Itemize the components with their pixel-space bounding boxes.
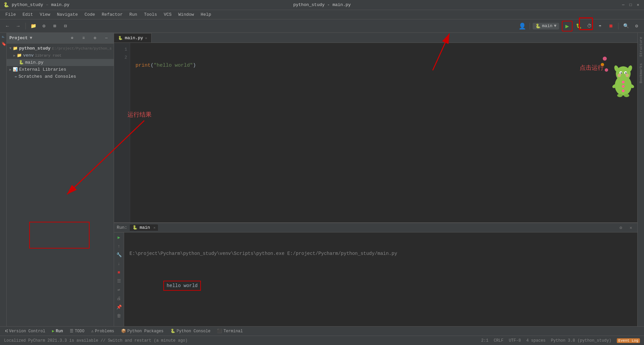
run-panel-close[interactable]: ✕ bbox=[627, 224, 635, 231]
tab-version-control[interactable]: ⑆ Version Control bbox=[3, 328, 48, 334]
run-pin-btn[interactable]: 📌 bbox=[115, 303, 123, 311]
tab-close-btn[interactable]: ✕ bbox=[145, 36, 147, 40]
ext-libs-icon: 📊 bbox=[13, 67, 18, 72]
toolbar-settings[interactable]: ⚙ bbox=[39, 21, 49, 31]
run-command-line: E:\project\Pycharm\python_study\venv\Scr… bbox=[129, 250, 632, 257]
svg-point-8 bbox=[625, 72, 627, 74]
toolbar-back[interactable]: ← bbox=[3, 21, 12, 31]
run-panel-settings[interactable]: ⚙ bbox=[617, 224, 625, 231]
cursor-position[interactable]: 2:1 bbox=[481, 338, 489, 343]
tab-main-py[interactable]: 🐍 main.py ✕ bbox=[114, 33, 152, 43]
toolbar-collapse[interactable]: ⊟ bbox=[61, 21, 70, 31]
toolbar-search[interactable]: 🔍 bbox=[621, 21, 631, 31]
run-configuration[interactable]: 🐍 main ▼ bbox=[533, 23, 559, 29]
menu-navigate[interactable]: Navigate bbox=[54, 11, 80, 18]
toolbar-settings2[interactable]: ⚙ bbox=[632, 21, 641, 31]
run-config-name: main bbox=[542, 23, 552, 28]
run-button[interactable]: ▶ bbox=[562, 21, 573, 31]
run-tab-name: main bbox=[140, 225, 150, 230]
close-button[interactable]: ✕ bbox=[635, 2, 641, 8]
sidebar-bookmarks-icon[interactable]: 🔖 bbox=[1, 41, 6, 46]
toolbar-debug[interactable]: 🐛 bbox=[574, 21, 583, 31]
main-py-item[interactable]: 🐍 main.py bbox=[7, 59, 114, 66]
scratches-item[interactable]: ✏ Scratches and Consoles bbox=[7, 73, 114, 80]
status-message[interactable]: Localized PyCharm 2021.3.3 is available … bbox=[4, 338, 187, 343]
structure-label[interactable]: Structure bbox=[638, 34, 644, 59]
project-gear[interactable]: ⚙ bbox=[90, 33, 100, 43]
app-icon: 🐍 bbox=[3, 2, 9, 8]
root-path: E:/project/Pycharm/python_s bbox=[52, 47, 112, 51]
menu-view[interactable]: View bbox=[37, 11, 53, 18]
run-wrap-btn[interactable]: ⇌ bbox=[115, 286, 123, 293]
tab-todo[interactable]: ☰ TODO bbox=[67, 328, 87, 334]
indent[interactable]: 4 spaces bbox=[526, 338, 546, 343]
py-file-icon: 🐍 bbox=[19, 60, 24, 65]
menu-refactor[interactable]: Refactor bbox=[99, 11, 125, 18]
run-exit-message: Process finished with exit code 0 bbox=[129, 318, 632, 326]
run-wrench-btn[interactable]: 🔧 bbox=[115, 251, 123, 259]
project-scope[interactable]: ⊕ bbox=[67, 33, 77, 43]
bookmarks-label[interactable]: Bookmarks bbox=[638, 61, 644, 86]
menu-file[interactable]: File bbox=[3, 11, 18, 18]
main-py-name: main.py bbox=[25, 60, 44, 65]
svg-point-15 bbox=[622, 81, 625, 83]
project-dropdown[interactable]: ▼ bbox=[30, 36, 33, 41]
code-line-1: print("hello world") bbox=[136, 62, 632, 70]
sidebar-project-icon[interactable]: P bbox=[1, 34, 6, 40]
minimize-button[interactable]: ─ bbox=[621, 2, 626, 8]
code-editor[interactable]: 1 2 print("hello world") bbox=[114, 43, 637, 222]
editor-area: 🐍 main.py ✕ 1 2 print("hello world") bbox=[114, 33, 637, 222]
run-tab-close[interactable]: ✕ bbox=[153, 226, 155, 230]
python-version[interactable]: Python 3.8 (python_study) bbox=[551, 338, 611, 343]
event-log-badge[interactable]: Event Log bbox=[617, 338, 640, 343]
run-rerun-btn[interactable]: ▶ bbox=[115, 234, 123, 241]
run-config-dropdown: ▼ bbox=[554, 23, 556, 28]
venv-arrow: ▶ bbox=[13, 54, 15, 58]
todo-label: TODO bbox=[75, 329, 85, 334]
code-content[interactable]: print("hello world") bbox=[130, 43, 637, 222]
tab-terminal[interactable]: ⬛ Terminal bbox=[214, 328, 246, 334]
line-number-1: 1 bbox=[114, 46, 127, 54]
project-collapse[interactable]: ≡ bbox=[79, 33, 88, 43]
run-down-btn[interactable]: ↓ bbox=[115, 260, 123, 267]
run-list-btn[interactable]: ☰ bbox=[115, 277, 123, 285]
menu-vcs[interactable]: VCS bbox=[161, 11, 174, 18]
console-label: Python Console bbox=[177, 329, 211, 334]
status-right: 2:1 CRLF UTF-8 4 spaces Python 3.8 (pyth… bbox=[481, 338, 640, 343]
run-up-btn[interactable]: ↑ bbox=[115, 243, 123, 250]
toolbar-expand[interactable]: ⊞ bbox=[50, 21, 59, 31]
tab-run[interactable]: ▶ Run bbox=[49, 328, 66, 334]
tab-problems[interactable]: ⚠ Problems bbox=[89, 328, 117, 334]
run-stop-btn[interactable]: ■ bbox=[115, 269, 123, 276]
toolbar-user[interactable]: 👤 bbox=[518, 21, 527, 31]
toolbar-folder[interactable]: 📁 bbox=[29, 21, 38, 31]
external-libs-item[interactable]: ▶ 📊 External Libraries bbox=[7, 66, 114, 73]
menu-run[interactable]: Run bbox=[127, 11, 140, 18]
project-root[interactable]: ▼ 📁 python_study E:/project/Pycharm/pyth… bbox=[7, 45, 114, 52]
run-trash-btn[interactable]: 🗑 bbox=[115, 312, 123, 320]
root-arrow: ▼ bbox=[9, 47, 11, 50]
line-ending[interactable]: CRLF bbox=[494, 338, 503, 343]
toolbar-cover[interactable]: ☂ bbox=[595, 21, 605, 31]
toolbar-stop[interactable]: ⏹ bbox=[606, 21, 615, 31]
run-tab-icon2: ▶ bbox=[52, 329, 54, 334]
toolbar-profile[interactable]: ⏱ bbox=[585, 21, 594, 31]
scratches-name: Scratches and Consoles bbox=[18, 74, 76, 79]
project-close[interactable]: ─ bbox=[102, 33, 111, 43]
editor-section: P 🔖 Project ▼ ⊕ ≡ ⚙ ─ ▼ 📁 python_study E… bbox=[0, 33, 644, 326]
menu-code[interactable]: Code bbox=[82, 11, 98, 18]
menu-help[interactable]: Help bbox=[198, 11, 214, 18]
run-print-btn[interactable]: 🖨 bbox=[115, 295, 123, 302]
maximize-button[interactable]: □ bbox=[628, 2, 633, 8]
menu-tools[interactable]: Tools bbox=[141, 11, 160, 18]
menu-edit[interactable]: Edit bbox=[20, 11, 36, 18]
ext-arrow: ▶ bbox=[9, 68, 11, 72]
toolbar-forward[interactable]: → bbox=[13, 21, 23, 31]
run-tab[interactable]: 🐍 main ✕ bbox=[130, 224, 158, 231]
venv-item[interactable]: ▶ 📁 venv library root bbox=[7, 52, 114, 59]
console-icon: 🐍 bbox=[170, 329, 175, 334]
menu-window[interactable]: Window bbox=[176, 11, 197, 18]
tab-python-console[interactable]: 🐍 Python Console bbox=[168, 328, 213, 334]
encoding[interactable]: UTF-8 bbox=[509, 338, 521, 343]
tab-python-packages[interactable]: 📦 Python Packages bbox=[118, 328, 166, 334]
